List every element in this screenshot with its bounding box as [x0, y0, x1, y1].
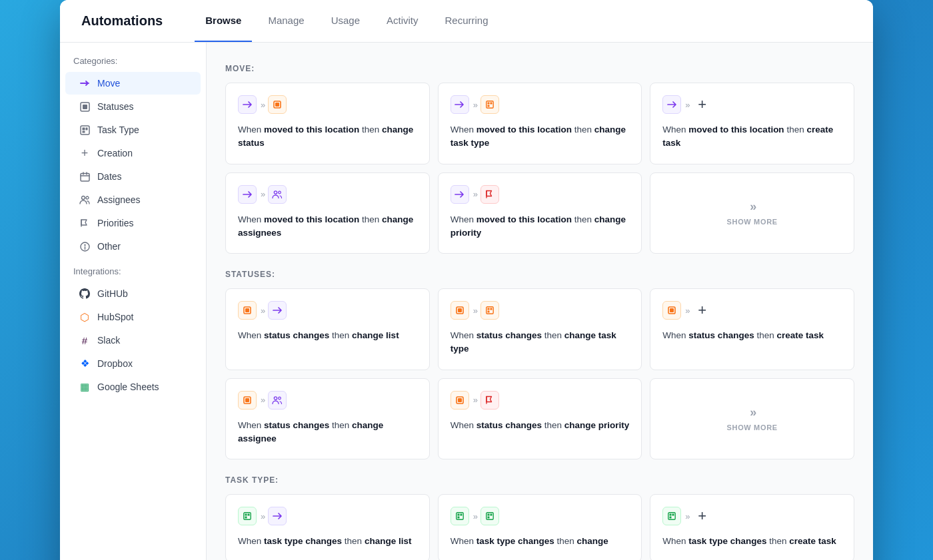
move-show-more[interactable]: » SHOW MORE — [650, 172, 854, 254]
svg-rect-2 — [81, 126, 89, 135]
tab-browse[interactable]: Browse — [195, 0, 252, 42]
statuses-show-more[interactable]: » SHOW MORE — [650, 378, 854, 460]
tasktype-icon — [480, 95, 499, 114]
svg-rect-49 — [490, 514, 492, 516]
svg-point-33 — [275, 397, 277, 400]
other-icon — [79, 240, 91, 252]
move-arrow-icon — [238, 185, 257, 204]
card-tasktype-change-list[interactable]: » When task type changes then change lis… — [225, 494, 430, 560]
card-text: When status changes then change assignee — [238, 419, 417, 446]
app-title: Automations — [81, 13, 163, 29]
svg-rect-32 — [245, 398, 249, 402]
tab-manage[interactable]: Manage — [257, 0, 315, 42]
arrow-chevron: » — [473, 100, 476, 110]
svg-rect-4 — [82, 131, 85, 133]
card-move-change-tasktype[interactable]: » When moved to this location then chang… — [438, 83, 642, 164]
show-more-chevrons: » — [750, 406, 754, 420]
app-body: Categories: Move Statuses — [60, 43, 873, 560]
tab-recurring[interactable]: Recurring — [435, 0, 499, 42]
card-move-change-assignees[interactable]: » When moved to this location then chang… — [225, 172, 430, 254]
plus-icon: + — [693, 95, 712, 114]
sidebar-item-label: Other — [97, 241, 121, 252]
svg-rect-28 — [490, 308, 492, 310]
svg-rect-38 — [244, 513, 251, 519]
move-arrow-icon — [451, 185, 469, 204]
card-icons: » — [451, 301, 630, 320]
card-status-change-list[interactable]: » When status changes then change list — [225, 288, 430, 370]
svg-rect-40 — [245, 517, 247, 519]
sidebar-item-slack[interactable]: # Slack — [65, 329, 201, 352]
card-icons: » + — [662, 95, 842, 114]
sidebar-item-label: Assignees — [97, 194, 141, 205]
card-text: When moved to this location then change … — [451, 213, 630, 240]
sidebar-item-label: Slack — [97, 335, 120, 346]
move-arrow-icon — [662, 95, 681, 114]
sidebar-item-other[interactable]: Other — [65, 235, 201, 258]
main-content: MOVE: » When moved to this location then… — [207, 43, 873, 560]
sidebar-item-move[interactable]: Move — [65, 72, 201, 95]
sidebar-item-label: Priorities — [97, 218, 133, 228]
tasktype-green-icon — [238, 507, 257, 525]
sidebar-item-assignees[interactable]: Assignees — [65, 188, 201, 211]
show-more-chevrons: » — [750, 200, 754, 214]
sidebar-item-label: Move — [97, 78, 120, 89]
card-move-change-status[interactable]: » When moved to this location then chang… — [225, 83, 430, 164]
categories-label: Categories: — [60, 56, 206, 71]
move-arrow-icon — [268, 301, 287, 320]
sidebar-item-priorities[interactable]: Priorities — [65, 212, 201, 234]
tab-activity[interactable]: Activity — [376, 0, 429, 42]
arrow-chevron: » — [473, 189, 476, 199]
card-move-change-priority[interactable]: » When moved to this location then chang… — [438, 172, 642, 254]
svg-rect-1 — [83, 105, 87, 109]
card-text: When status changes then change task typ… — [451, 329, 630, 356]
sidebar-item-dates[interactable]: Dates — [65, 165, 201, 188]
arrow-chevron: » — [473, 306, 476, 316]
statuses-cards-grid: » When status changes then change list » — [225, 288, 854, 459]
card-text: When moved to this location then change … — [451, 123, 630, 150]
tab-usage[interactable]: Usage — [321, 0, 371, 42]
move-cards-grid: » When moved to this location then chang… — [225, 83, 854, 254]
arrow-chevron: » — [473, 395, 476, 405]
card-icons: » — [238, 507, 417, 525]
arrow-chevron: » — [261, 511, 264, 521]
arrow-chevron: » — [261, 100, 264, 110]
tasktype-cards-grid: » When task type changes then change lis… — [225, 494, 854, 560]
sidebar-item-googlesheets[interactable]: ▦ Google Sheets — [65, 376, 201, 398]
svg-rect-3 — [82, 127, 85, 130]
card-icons: » — [451, 185, 630, 204]
card-status-create-task[interactable]: » + When status changes then create task — [650, 288, 854, 370]
svg-rect-30 — [670, 308, 674, 312]
svg-point-34 — [279, 397, 281, 400]
arrow-chevron: » — [473, 511, 476, 521]
card-icons: » + — [662, 301, 842, 320]
sidebar-item-github[interactable]: GitHUb — [65, 282, 201, 305]
card-status-change-assignee[interactable]: » When status changes then change assign… — [225, 378, 430, 460]
sidebar-item-label: Dates — [97, 171, 122, 182]
svg-rect-14 — [486, 101, 493, 108]
sidebar-item-statuses[interactable]: Statuses — [65, 95, 201, 118]
sidebar-item-tasktype[interactable]: Task Type — [65, 119, 201, 141]
priority-flag-icon — [480, 185, 499, 204]
svg-rect-27 — [487, 311, 489, 313]
priority-flag-icon — [480, 391, 499, 410]
integrations-label: Integrations: — [60, 266, 206, 282]
svg-rect-24 — [458, 308, 462, 312]
card-icons: » — [238, 185, 417, 204]
card-move-create-task[interactable]: » + When moved to this location then cre… — [650, 83, 854, 164]
sidebar-item-dropbox[interactable]: ❖ Dropbox — [65, 352, 201, 375]
card-tasktype-change[interactable]: » When task type changes then change — [438, 494, 642, 560]
svg-point-11 — [84, 244, 85, 245]
card-tasktype-create-task[interactable]: » + When task type changes then create t… — [650, 494, 854, 560]
card-status-change-tasktype[interactable]: » When status changes then change task t… — [438, 288, 642, 370]
sidebar-item-label: Statuses — [97, 101, 133, 112]
status-box-icon — [238, 391, 257, 410]
sidebar-item-creation[interactable]: + Creation — [65, 142, 201, 164]
card-text: When task type changes then create task — [662, 535, 842, 548]
arrow-chevron: » — [261, 395, 264, 405]
status-box-icon — [451, 391, 469, 410]
card-text: When task type changes then change — [451, 535, 630, 548]
card-status-change-priority[interactable]: » When status changes then change priori… — [438, 378, 642, 460]
priorities-icon — [79, 217, 91, 229]
sidebar-item-hubspot[interactable]: ⬡ HubSpot — [65, 306, 201, 328]
dates-icon — [79, 170, 91, 182]
